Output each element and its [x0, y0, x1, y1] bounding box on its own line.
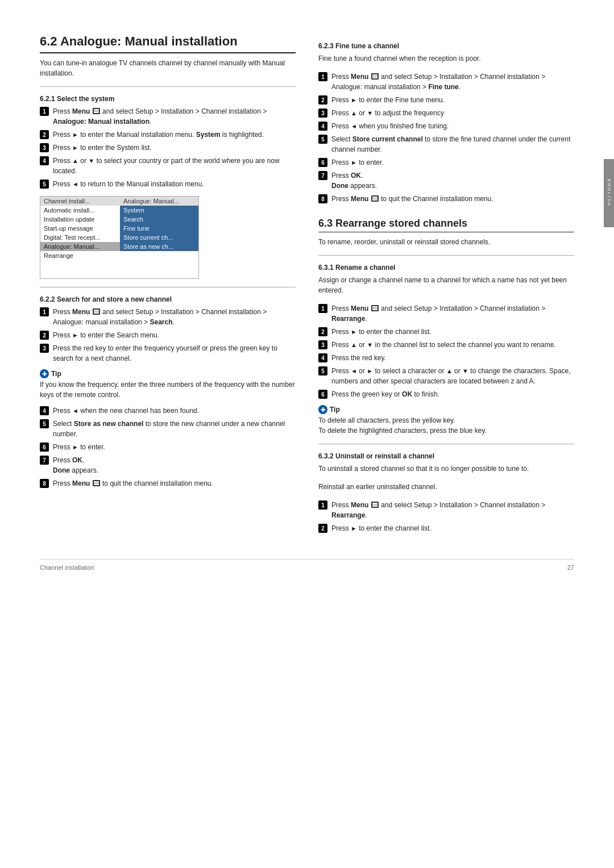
subsection-6-3-2-title: 6.3.2 Uninstall or reinstall a channel	[318, 452, 574, 460]
section-6-2-title: 6.2 Analogue: Manual installation	[40, 34, 296, 53]
table-row: Analogue: Manual...	[40, 242, 120, 251]
table-row: Automatic install...	[40, 206, 120, 215]
table-row	[120, 251, 198, 260]
step-item: 4 Press the red key.	[318, 353, 574, 363]
subsection-6-2-1: 6.2.1 Select the system 1 Press Menu and…	[40, 95, 296, 189]
subsection-6-2-3-title: 6.2.3 Fine tune a channel	[318, 42, 574, 50]
tip-icon: ✚	[318, 405, 327, 414]
step-item: 1 Press Menu and select Setup > Installa…	[318, 72, 574, 92]
right-column: 6.2.3 Fine tune a channel Fine tune a fo…	[318, 34, 574, 536]
table-row: Store current ch...	[120, 233, 198, 242]
step-item: 3 Press ▲ or ▼ to adjust the frequency	[318, 108, 574, 118]
side-tab: ENGLISH	[604, 159, 614, 227]
tip-title: ✚ Tip	[318, 405, 574, 414]
table-row	[40, 269, 120, 278]
step-item: 2 Press ► to enter the Search menu.	[40, 330, 296, 340]
table-row: System	[120, 206, 198, 215]
divider-3	[318, 255, 574, 256]
section-6-2-intro: You can tune-in analogue TV channels cha…	[40, 58, 296, 78]
footer-left: Channel installation	[40, 564, 94, 571]
table-row: Fine tune	[120, 224, 198, 233]
step-item: 5 Select Store as new channel to store t…	[40, 419, 296, 439]
menu-screenshot: Channel install... Analogue: Manual... A…	[40, 196, 199, 279]
step-item: 1 Press Menu and select Setup > Installa…	[40, 106, 296, 127]
side-tab-label: ENGLISH	[607, 179, 612, 207]
page: ENGLISH 6.2 Analogue: Manual installatio…	[0, 0, 614, 605]
tip-box-6-3-1: ✚ Tip To delete all characters, press th…	[318, 405, 574, 436]
step-item: 1 Press Menu and select Setup > Installa…	[318, 500, 574, 520]
table-row: Start-up message	[40, 224, 120, 233]
menu-icon	[93, 480, 100, 486]
tip-icon: ✚	[40, 369, 49, 378]
table-row: Store as new ch...	[120, 242, 198, 251]
divider-2	[40, 287, 296, 287]
step-item: 1 Press Menu and select Setup > Installa…	[318, 303, 574, 324]
subsection-6-3-1: 6.3.1 Rename a channel Assign or change …	[318, 264, 574, 436]
divider-1	[40, 86, 296, 87]
step-item: 7 Press OK.Done appears.	[318, 170, 574, 191]
table-col-header: Channel install...	[40, 197, 120, 206]
step-item: 2 Press ► to enter the channel list.	[318, 523, 574, 533]
section-6-3-intro: To rename, reorder, uninstall or reinsta…	[318, 237, 574, 247]
steps-6-3-2: 1 Press Menu and select Setup > Installa…	[318, 500, 574, 533]
steps-6-2-2-cont: 4 Press ◄ when the new channel has been …	[40, 406, 296, 489]
table-row: Search	[120, 215, 198, 224]
step-item: 8 Press Menu to quit the Channel install…	[318, 194, 574, 204]
menu-icon	[371, 195, 379, 202]
table-row	[40, 260, 120, 269]
step-item: 6 Press the green key or OK to finish.	[318, 389, 574, 399]
step-item: 5 Press ◄ or ► to select a character or …	[318, 366, 574, 386]
footer-right: 27	[567, 564, 574, 571]
steps-6-2-1: 1 Press Menu and select Setup > Installa…	[40, 106, 296, 189]
table-row: Installation update	[40, 215, 120, 224]
step-item: 4 Press ▲ or ▼ to select your country or…	[40, 156, 296, 176]
step-item: 7 Press OK.Done appears.	[40, 455, 296, 475]
left-column: 6.2 Analogue: Manual installation You ca…	[40, 34, 296, 536]
step-item: 6 Press ► to enter.	[318, 157, 574, 168]
step-item: 4 Press ◄ when you finished fine tuning.	[318, 121, 574, 131]
menu-icon	[93, 108, 100, 114]
table-row	[120, 260, 198, 269]
menu-icon	[371, 305, 379, 311]
step-item: 2 Press ► to enter the Manual installati…	[40, 130, 296, 140]
page-footer: Channel installation 27	[40, 559, 574, 571]
divider-4	[318, 444, 574, 444]
steps-6-3-1: 1 Press Menu and select Setup > Installa…	[318, 303, 574, 399]
step-item: 1 Press Menu and select Setup > Installa…	[40, 307, 296, 327]
menu-icon	[371, 502, 379, 508]
step-item: 2 Press ► to enter the channel list.	[318, 327, 574, 337]
step-item: 8 Press Menu to quit the channel install…	[40, 478, 296, 489]
subsection-6-3-2-intro1: To uninstall a stored channel so that it…	[318, 464, 574, 474]
step-item: 3 Press the red key to enter the frequen…	[40, 343, 296, 364]
tip-content: If you know the frequency, enter the thr…	[40, 379, 296, 400]
table-col-header: Analogue: Manual...	[120, 197, 198, 206]
step-item: 4 Press ◄ when the new channel has been …	[40, 406, 296, 416]
subsection-6-3-1-intro: Assign or change a channel name to a cha…	[318, 275, 574, 295]
subsection-6-2-2-title: 6.2.2 Search for and store a new channel	[40, 295, 296, 303]
content-area: 6.2 Analogue: Manual installation You ca…	[40, 34, 574, 536]
subsection-6-2-3-intro: Fine tune a found channel when the recep…	[318, 53, 574, 64]
subsection-6-3-2-intro2: Reinstall an earlier uninstalled channel…	[318, 482, 574, 492]
table-row: Rearrange	[40, 251, 120, 260]
menu-icon	[93, 308, 100, 315]
step-item: 6 Press ► to enter.	[40, 442, 296, 452]
subsection-6-3-1-title: 6.3.1 Rename a channel	[318, 264, 574, 272]
table-row	[120, 269, 198, 278]
steps-6-2-2: 1 Press Menu and select Setup > Installa…	[40, 307, 296, 364]
step-item: 5 Select Store current channel to store …	[318, 134, 574, 155]
step-item: 5 Press ◄ to return to the Manual instal…	[40, 179, 296, 189]
step-item: 3 Press ▲ or ▼ in the channel list to se…	[318, 340, 574, 350]
step-item: 2 Press ► to enter the Fine tune menu.	[318, 95, 574, 105]
tip-title: ✚ Tip	[40, 369, 296, 378]
menu-icon	[371, 73, 379, 80]
tip-box-6-2-2: ✚ Tip If you know the frequency, enter t…	[40, 369, 296, 400]
subsection-6-2-3: 6.2.3 Fine tune a channel Fine tune a fo…	[318, 42, 574, 204]
subsection-6-3-2: 6.3.2 Uninstall or reinstall a channel T…	[318, 452, 574, 533]
subsection-6-2-1-title: 6.2.1 Select the system	[40, 95, 296, 103]
tip-content: To delete all characters, press the yell…	[318, 415, 574, 436]
section-6-3-title: 6.3 Rearrange stored channels	[318, 218, 574, 232]
subsection-6-2-2: 6.2.2 Search for and store a new channel…	[40, 295, 296, 489]
step-item: 3 Press ► to enter the System list.	[40, 143, 296, 153]
steps-6-2-3: 1 Press Menu and select Setup > Installa…	[318, 72, 574, 204]
table-row: Digital: Test recept...	[40, 233, 120, 242]
